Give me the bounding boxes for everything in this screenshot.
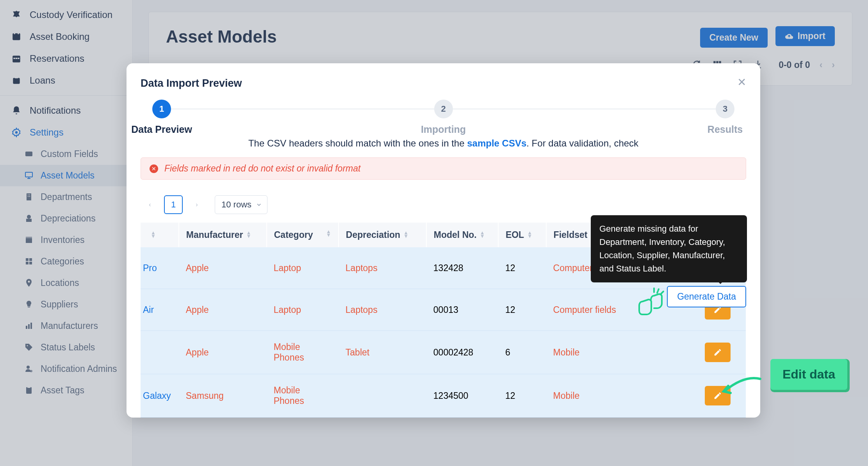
alert-text: Fields marked in red do not exist or inv…: [164, 163, 360, 174]
cell-depreciation: Laptops: [339, 289, 426, 331]
cell-manufacturer: Samsung: [179, 374, 267, 418]
cell-name: Air: [141, 289, 179, 331]
step-importing[interactable]: 2 Importing: [434, 100, 453, 118]
cell-name: Galaxy: [141, 374, 179, 418]
cell-eol: 6: [498, 331, 546, 374]
import-stepper: 1 Data Preview 2 Importing 3 Results: [152, 100, 734, 118]
rows-per-page-select[interactable]: 10 rows: [215, 195, 267, 214]
validation-alert: ✕ Fields marked in red do not exist or i…: [141, 157, 746, 180]
cell-eol: 12: [498, 289, 546, 331]
cell-manufacturer: Apple: [179, 247, 267, 289]
cell-depreciation: Tablet: [339, 331, 426, 374]
cell-category: Laptop: [267, 289, 339, 331]
col-eol[interactable]: EOL▲▼: [498, 223, 546, 247]
error-icon: ✕: [150, 164, 158, 173]
prev-page-button[interactable]: ‹: [143, 196, 157, 213]
pencil-icon: [713, 348, 722, 357]
cell-name: Pro: [141, 247, 179, 289]
cell-depreciation: [339, 374, 426, 418]
clap-hands-icon: [631, 286, 670, 317]
step-label: Importing: [421, 124, 466, 135]
generate-data-button[interactable]: Generate Data: [667, 286, 746, 307]
hint-text-suffix: . For data validation, check: [526, 138, 638, 148]
col-depreciation[interactable]: Depreciation▲▼: [339, 223, 426, 247]
step-connector: [171, 109, 434, 109]
step-data-preview[interactable]: 1 Data Preview: [152, 100, 171, 118]
sort-icon: ▲▼: [326, 230, 331, 237]
next-page-button[interactable]: ›: [190, 196, 204, 213]
step-number: 3: [716, 100, 734, 118]
data-import-modal: Data Import Preview ✕ 1 Data Preview 2 I…: [127, 63, 760, 418]
col-manufacturer[interactable]: Manufacturer▲▼: [179, 223, 267, 247]
table-row: Apple Mobile Phones Tablet 00002428 6 Mo…: [141, 331, 746, 374]
col-name[interactable]: ▲▼: [141, 223, 179, 247]
step-number: 2: [434, 100, 453, 118]
sort-icon: ▲▼: [151, 231, 156, 238]
cell-model-no: 00013: [426, 289, 498, 331]
cell-manufacturer: Apple: [179, 289, 267, 331]
preview-pagination: ‹ 1 › 10 rows: [141, 195, 746, 214]
cell-name: [141, 331, 179, 374]
step-label: Results: [708, 124, 743, 135]
edit-row-button[interactable]: [705, 343, 731, 362]
step-number: 1: [152, 100, 171, 118]
cell-fieldset: Computer fields: [546, 289, 634, 331]
close-icon[interactable]: ✕: [737, 76, 746, 89]
cell-category: Mobile Phones: [267, 374, 339, 418]
svg-line-40: [660, 291, 663, 295]
page-number-1[interactable]: 1: [164, 195, 183, 214]
cell-model-no: 1234500: [426, 374, 498, 418]
cell-eol: 12: [498, 247, 546, 289]
cell-notes: [634, 331, 690, 374]
edit-data-callout: Edit data: [772, 360, 846, 389]
sort-icon: ▲▼: [403, 231, 408, 238]
step-label: Data Preview: [131, 124, 192, 135]
sample-csvs-link[interactable]: sample CSVs: [467, 138, 526, 148]
col-model-no[interactable]: Model No.▲▼: [426, 223, 498, 247]
cell-model-no: 00002428: [426, 331, 498, 374]
cell-manufacturer: Apple: [179, 331, 267, 374]
cell-category: Mobile Phones: [267, 331, 339, 374]
hint-text-prefix: The CSV headers should match with the on…: [248, 138, 467, 148]
sort-icon: ▲▼: [480, 231, 485, 238]
callout-arrow-icon: [717, 371, 764, 402]
sort-icon: ▲▼: [246, 231, 251, 238]
cell-notes: [634, 374, 690, 418]
col-category[interactable]: Category▲▼: [267, 223, 339, 247]
step-connector: [453, 109, 716, 109]
cell-model-no: 132428: [426, 247, 498, 289]
svg-line-39: [657, 289, 659, 293]
generate-data-tooltip: Generate missing data for Department, In…: [591, 215, 747, 282]
cell-fieldset: Mobile: [546, 374, 634, 418]
step-results[interactable]: 3 Results: [716, 100, 734, 118]
modal-title: Data Import Preview: [141, 77, 746, 89]
sort-icon: ▲▼: [527, 231, 532, 238]
cell-actions: [690, 331, 746, 374]
cell-depreciation: Laptops: [339, 247, 426, 289]
table-row: Galaxy Samsung Mobile Phones 1234500 12 …: [141, 374, 746, 418]
cell-category: Laptop: [267, 247, 339, 289]
csv-hint: The CSV headers should match with the on…: [141, 138, 746, 149]
cell-fieldset: Mobile: [546, 331, 634, 374]
cell-eol: 12: [498, 374, 546, 418]
